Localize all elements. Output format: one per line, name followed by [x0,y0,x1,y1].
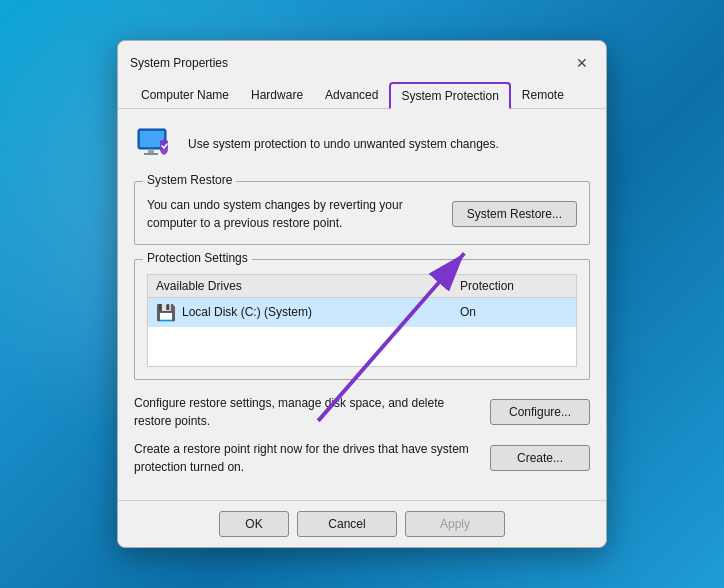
tab-remote[interactable]: Remote [511,82,575,109]
col-header-protection: Protection [452,274,577,297]
col-header-drives: Available Drives [148,274,453,297]
svg-rect-2 [148,149,154,153]
system-restore-description: You can undo system changes by reverting… [147,196,440,232]
drives-table: Available Drives Protection 💾 Local Disk… [147,274,577,368]
drive-name: 💾 Local Disk (C:) (System) [148,297,453,327]
close-button[interactable]: ✕ [570,51,594,75]
system-restore-content: You can undo system changes by reverting… [147,190,577,232]
svg-rect-3 [144,153,158,155]
system-restore-button[interactable]: System Restore... [452,201,577,227]
system-icon [134,123,176,165]
tab-computer-name[interactable]: Computer Name [130,82,240,109]
system-restore-group: System Restore You can undo system chang… [134,181,590,245]
dialog-footer: OK Cancel Apply [118,500,606,547]
tab-bar: Computer Name Hardware Advanced System P… [118,75,606,109]
cancel-button[interactable]: Cancel [297,511,397,537]
system-restore-label: System Restore [143,173,236,187]
configure-text: Configure restore settings, manage disk … [134,394,478,430]
create-text: Create a restore point right now for the… [134,440,478,476]
drive-protection: On [452,297,577,327]
tab-advanced[interactable]: Advanced [314,82,389,109]
drive-icon: 💾 [156,303,176,322]
configure-button[interactable]: Configure... [490,399,590,425]
create-button[interactable]: Create... [490,445,590,471]
dialog-body: Use system protection to undo unwanted s… [118,109,606,501]
tab-system-protection[interactable]: System Protection [389,82,510,109]
empty-row-2 [148,347,577,367]
apply-button[interactable]: Apply [405,511,505,537]
create-row: Create a restore point right now for the… [134,440,590,476]
ok-button[interactable]: OK [219,511,289,537]
protection-settings-group: Protection Settings Available Drives Pro… [134,259,590,381]
system-properties-dialog: System Properties ✕ Computer Name Hardwa… [117,40,607,549]
intro-text: Use system protection to undo unwanted s… [188,137,499,151]
drive-row[interactable]: 💾 Local Disk (C:) (System) On [148,297,577,327]
protection-settings-label: Protection Settings [143,251,252,265]
empty-row-1 [148,327,577,347]
intro-section: Use system protection to undo unwanted s… [134,123,590,165]
configure-row: Configure restore settings, manage disk … [134,394,590,430]
dialog-title: System Properties [130,56,228,70]
tab-hardware[interactable]: Hardware [240,82,314,109]
title-bar: System Properties ✕ [118,41,606,75]
